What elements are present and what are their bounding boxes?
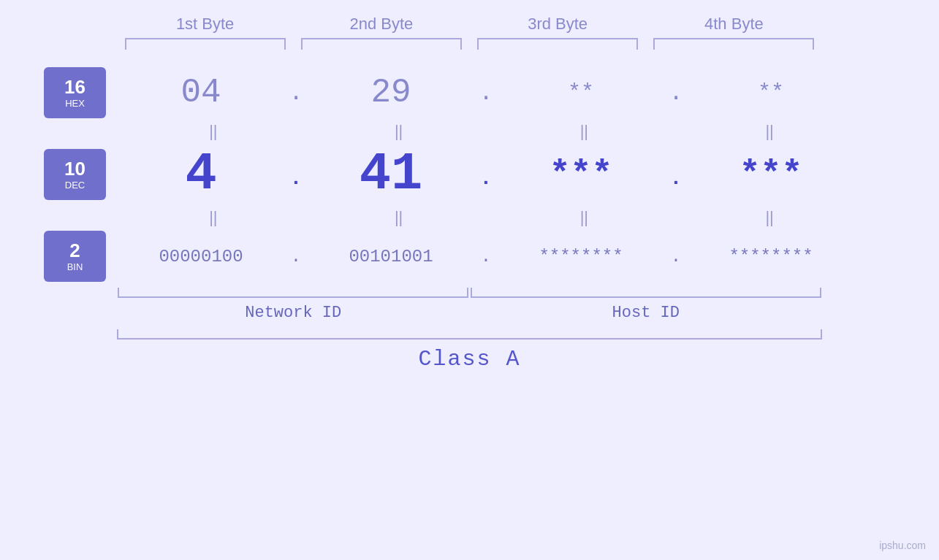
dec-label: 10 DEC [44, 149, 106, 200]
hex-dot1: . [281, 80, 311, 107]
main-container: 1st Byte 2nd Byte 3rd Byte 4th Byte 16 H… [0, 0, 939, 560]
bracket-byte3 [477, 38, 638, 50]
hex-dot2: . [471, 80, 501, 107]
byte2-header: 2nd Byte [301, 15, 462, 34]
bin-b4: ******** [691, 247, 851, 266]
bracket-byte4 [653, 38, 814, 50]
dec-b1: 4 [121, 145, 281, 204]
dec-values: 4 . 41 . *** . *** [121, 145, 895, 204]
hex-row: 16 HEX 04 . 29 . ** . ** [0, 67, 939, 118]
dec-b2: 41 [311, 145, 471, 204]
host-id-label: Host ID [612, 304, 680, 322]
eq2-b1: || [133, 208, 294, 227]
dec-dot3: . [661, 167, 691, 190]
bin-row: 2 BIN 00000100 . 00101001 . ******** . *… [0, 231, 939, 282]
hex-num: 16 [64, 77, 85, 98]
bin-dot3: . [661, 247, 691, 266]
dec-b3: *** [501, 155, 661, 194]
eq1-b3: || [503, 122, 664, 141]
bin-num: 2 [69, 240, 80, 261]
eq2-b4: || [689, 208, 850, 227]
equals-row-2: || || || || [0, 204, 939, 231]
bin-label: 2 BIN [44, 231, 106, 282]
host-id-bracket: Host ID [471, 288, 821, 322]
bin-name: BIN [67, 261, 83, 272]
hex-b4: ** [691, 80, 851, 105]
dec-num: 10 [64, 158, 85, 180]
hex-b2: 29 [311, 74, 471, 112]
dec-b4: *** [691, 155, 851, 194]
network-id-label: Network ID [245, 304, 341, 322]
class-bracket-area: Class A [0, 329, 939, 372]
bin-b2: 00101001 [311, 247, 471, 266]
hex-b1: 04 [121, 74, 281, 112]
dec-dot1: . [281, 167, 311, 190]
bin-dot2: . [471, 247, 501, 266]
hex-b3: ** [501, 80, 661, 105]
byte-headers: 1st Byte 2nd Byte 3rd Byte 4th Byte [0, 15, 939, 34]
bracket-byte1 [125, 38, 286, 50]
bin-dot1: . [281, 247, 311, 266]
class-label: Class A [117, 347, 822, 372]
eq1-b2: || [319, 122, 479, 141]
eq2-b2: || [319, 208, 479, 227]
network-id-bracket: Network ID [118, 288, 468, 322]
top-brackets [0, 38, 939, 50]
eq1-b1: || [133, 122, 294, 141]
hex-name: HEX [65, 98, 85, 109]
bottom-brackets-row: Network ID Host ID [117, 288, 822, 322]
watermark: ipshu.com [879, 540, 926, 551]
byte1-header: 1st Byte [125, 15, 286, 34]
dec-name: DEC [65, 180, 85, 191]
byte3-header: 3rd Byte [477, 15, 638, 34]
eq2-b3: || [503, 208, 664, 227]
bin-values: 00000100 . 00101001 . ******** . *******… [121, 247, 895, 266]
dec-dot2: . [471, 167, 501, 190]
hex-label: 16 HEX [44, 67, 106, 118]
hex-values: 04 . 29 . ** . ** [121, 74, 895, 112]
equals-row-1: || || || || [0, 118, 939, 145]
byte4-header: 4th Byte [653, 15, 814, 34]
hex-dot3: . [661, 80, 691, 107]
bin-b1: 00000100 [121, 247, 281, 266]
bin-b3: ******** [501, 247, 661, 266]
bottom-bracket-area: Network ID Host ID [0, 288, 939, 322]
bracket-byte2 [301, 38, 462, 50]
eq1-b4: || [689, 122, 850, 141]
dec-row: 10 DEC 4 . 41 . *** . *** [0, 145, 939, 204]
full-bottom-bracket [117, 329, 822, 340]
